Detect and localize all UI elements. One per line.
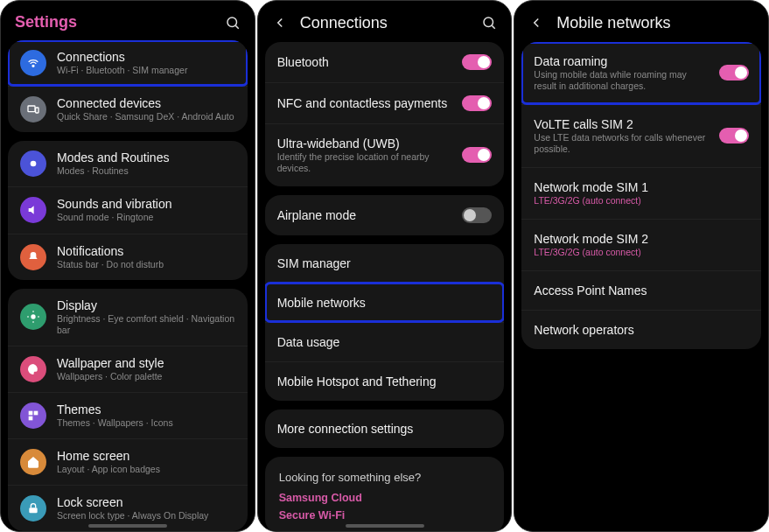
mn-item-data-roaming[interactable]: Data roamingUsing mobile data while roam…	[521, 42, 761, 104]
toggle-volte-calls-sim-2[interactable]	[719, 128, 749, 144]
devices-icon	[20, 96, 46, 122]
page-title: Connections	[300, 13, 473, 33]
suggestions-heading: Looking for something else?	[277, 467, 493, 489]
item-label: Bluetooth	[277, 55, 452, 69]
lock-icon	[20, 495, 46, 522]
connections-item-mobile-networks[interactable]: Mobile networks	[265, 283, 505, 322]
item-label: More connection settings	[277, 422, 493, 436]
item-label: Lock screen	[57, 495, 235, 509]
connections-item-bluetooth[interactable]: Bluetooth	[265, 42, 505, 82]
connections-item-ultra-wideband-uwb[interactable]: Ultra-wideband (UWB)Identify the precise…	[265, 123, 505, 186]
connections-item-airplane-mode[interactable]: Airplane mode	[265, 195, 505, 235]
settings-item-connections[interactable]: ConnectionsWi-Fi · Bluetooth · SIM manag…	[8, 40, 248, 86]
page-title: Mobile networks	[556, 13, 754, 33]
suggestion-link-samsung-cloud[interactable]: Samsung Cloud	[277, 489, 493, 507]
mobile-networks-group: Data roamingUsing mobile data while roam…	[521, 42, 761, 350]
display-icon	[20, 304, 46, 330]
toggle-airplane-mode[interactable]	[462, 207, 492, 223]
svg-rect-8	[34, 411, 38, 416]
mn-item-network-operators[interactable]: Network operators	[521, 310, 761, 349]
scroll-indicator	[88, 524, 167, 528]
item-subtitle: Status bar · Do not disturb	[57, 259, 235, 270]
item-subtitle: Using mobile data while roaming may resu…	[534, 69, 709, 92]
connections-group: SIM managerMobile networksData usageMobi…	[265, 244, 505, 401]
svg-point-2	[32, 65, 34, 66]
item-label: Mobile Hotspot and Tethering	[277, 374, 493, 388]
settings-item-connected-devices[interactable]: Connected devicesQuick Share · Samsung D…	[8, 86, 248, 132]
settings-item-sounds-and-vibration[interactable]: Sounds and vibrationSound mode · Rington…	[8, 186, 248, 233]
svg-point-11	[484, 18, 493, 27]
toggle-nfc-and-contactless-payments[interactable]	[462, 95, 492, 111]
item-label: Data usage	[277, 335, 493, 349]
svg-rect-3	[28, 106, 35, 112]
search-icon[interactable]	[481, 15, 497, 31]
item-label: Ultra-wideband (UWB)	[277, 136, 452, 150]
item-subtitle: Brightness · Eye comfort shield · Naviga…	[57, 313, 235, 336]
svg-line-1	[235, 25, 238, 28]
item-subtitle: Identify the precise location of nearby …	[277, 151, 452, 174]
item-label: Modes and Routines	[57, 150, 235, 164]
item-subtitle: LTE/3G/2G (auto connect)	[534, 195, 749, 206]
header: Settings	[1, 1, 255, 40]
settings-item-themes[interactable]: ThemesThemes · Wallpapers · Icons	[8, 392, 248, 438]
item-subtitle: LTE/3G/2G (auto connect)	[534, 247, 749, 258]
connections-item-nfc-and-contactless-payments[interactable]: NFC and contactless payments	[265, 82, 505, 123]
routines-icon	[20, 150, 46, 177]
settings-item-notifications[interactable]: NotificationsStatus bar · Do not disturb	[8, 234, 248, 280]
screen-settings: Settings ConnectionsWi-Fi · Bluetooth · …	[0, 0, 255, 532]
connections-group: Airplane mode	[265, 195, 505, 235]
toggle-ultra-wideband-uwb[interactable]	[462, 147, 492, 163]
item-subtitle: Layout · App icon badges	[57, 464, 235, 475]
item-subtitle: Use LTE data networks for calls whenever…	[534, 132, 709, 155]
item-subtitle: Wallpapers · Color palette	[57, 371, 235, 382]
suggestion-link-secure-wi-fi[interactable]: Secure Wi-Fi	[277, 507, 493, 524]
svg-point-5	[31, 161, 37, 167]
svg-point-0	[227, 18, 237, 27]
connections-item-data-usage[interactable]: Data usage	[265, 322, 505, 361]
sound-icon	[20, 197, 46, 223]
suggestions-card: Looking for something else?Samsung Cloud…	[265, 457, 505, 531]
mn-item-access-point-names[interactable]: Access Point Names	[521, 270, 761, 310]
item-subtitle: Wi-Fi · Bluetooth · SIM manager	[57, 65, 235, 76]
item-label: Display	[57, 298, 235, 312]
svg-rect-9	[29, 416, 33, 421]
toggle-data-roaming[interactable]	[719, 65, 749, 80]
settings-item-display[interactable]: DisplayBrightness · Eye comfort shield ·…	[8, 289, 248, 346]
connections-item-mobile-hotspot-and-tethering[interactable]: Mobile Hotspot and Tethering	[265, 361, 505, 401]
toggle-bluetooth[interactable]	[462, 54, 492, 70]
item-label: Mobile networks	[277, 296, 493, 310]
item-label: Data roaming	[534, 54, 709, 68]
screen-connections: Connections BluetoothNFC and contactless…	[257, 0, 513, 532]
item-label: SIM manager	[277, 256, 493, 270]
back-icon[interactable]	[528, 15, 544, 31]
settings-group: ConnectionsWi-Fi · Bluetooth · SIM manag…	[8, 40, 248, 132]
settings-item-wallpaper-and-style[interactable]: Wallpaper and styleWallpapers · Color pa…	[8, 346, 248, 392]
item-label: Themes	[57, 402, 235, 416]
wifi-icon	[20, 50, 46, 76]
settings-group: Modes and RoutinesModes · RoutinesSounds…	[8, 141, 248, 279]
bell-icon	[20, 244, 46, 270]
mn-item-network-mode-sim-1[interactable]: Network mode SIM 1LTE/3G/2G (auto connec…	[521, 167, 761, 219]
connections-item-sim-manager[interactable]: SIM manager	[265, 244, 505, 283]
page-title: Settings	[15, 13, 216, 32]
mn-item-network-mode-sim-2[interactable]: Network mode SIM 2LTE/3G/2G (auto connec…	[521, 219, 761, 270]
item-label: Network mode SIM 2	[534, 232, 749, 246]
header: Connections	[258, 1, 512, 42]
themes-icon	[20, 402, 46, 429]
item-label: Access Point Names	[534, 284, 749, 298]
mn-item-volte-calls-sim-2[interactable]: VoLTE calls SIM 2Use LTE data networks f…	[521, 104, 761, 167]
scroll-indicator	[346, 524, 424, 528]
back-icon[interactable]	[272, 15, 288, 31]
search-icon[interactable]	[225, 15, 241, 31]
item-subtitle: Sound mode · Ringtone	[57, 212, 235, 223]
svg-point-6	[31, 315, 35, 319]
svg-rect-4	[36, 108, 38, 113]
settings-item-modes-and-routines[interactable]: Modes and RoutinesModes · Routines	[8, 141, 248, 186]
item-label: Wallpaper and style	[57, 356, 235, 370]
header: Mobile networks	[514, 1, 768, 42]
item-subtitle: Quick Share · Samsung DeX · Android Auto	[57, 111, 235, 122]
settings-group: DisplayBrightness · Eye comfort shield ·…	[8, 289, 248, 531]
settings-item-home-screen[interactable]: Home screenLayout · App icon badges	[8, 438, 248, 485]
svg-rect-10	[29, 508, 37, 514]
connections-item-more-connection-settings[interactable]: More connection settings	[265, 410, 505, 448]
